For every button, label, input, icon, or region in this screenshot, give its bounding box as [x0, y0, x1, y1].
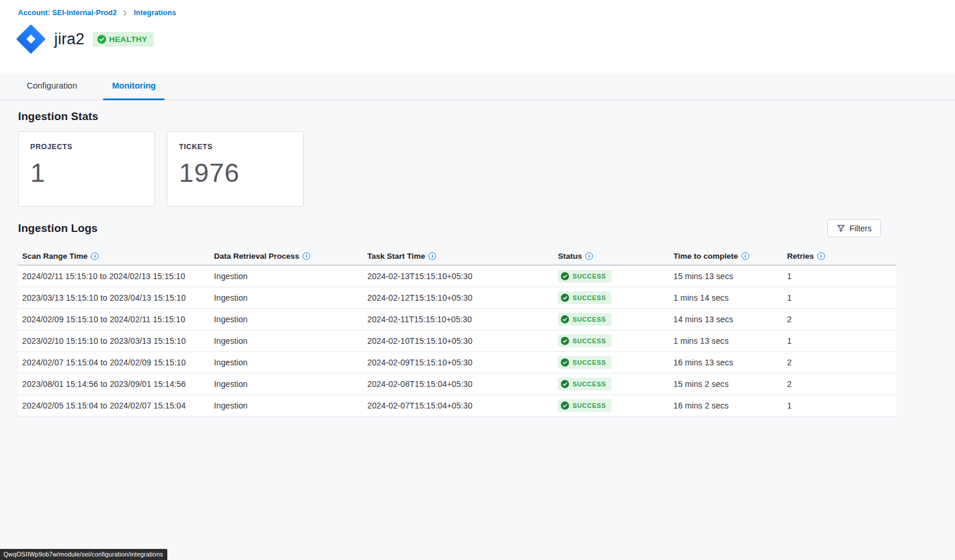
ingestion-stats-section: Ingestion Stats PROJECTS 1 TICKETS 1976 [0, 100, 955, 207]
table-row[interactable]: 2024/02/09 15:15:10 to 2024/02/11 15:15:… [18, 309, 896, 330]
cell-retries: 2 [787, 315, 896, 324]
table-row[interactable]: 2024/02/07 15:15:04 to 2024/02/09 15:15:… [18, 352, 896, 374]
column-header-task-start-time[interactable]: Task Start Time [367, 252, 558, 260]
health-status-badge: HEALTHY [93, 32, 154, 47]
column-header-label: Time to complete [673, 252, 738, 260]
table-row[interactable]: 2024/02/11 15:15:10 to 2024/02/13 15:15:… [18, 266, 896, 287]
cell-task-start-time: 2024-02-13T15:15:10+05:30 [367, 272, 558, 281]
cell-task-start-time: 2024-02-10T15:15:10+05:30 [367, 336, 558, 346]
cell-scan-range-time: 2024/02/09 15:15:10 to 2024/02/11 15:15:… [18, 315, 214, 324]
cell-scan-range-time: 2024/02/07 15:15:04 to 2024/02/09 15:15:… [18, 358, 214, 367]
column-header-retries[interactable]: Retries [787, 252, 896, 260]
cell-retries: 2 [787, 379, 896, 389]
ingestion-logs-header: Ingestion Logs Filters [18, 219, 896, 237]
cell-time-to-complete: 15 mins 2 secs [673, 379, 787, 389]
jira-logo-icon [15, 23, 47, 55]
cell-time-to-complete: 1 mins 13 secs [673, 336, 787, 346]
cell-status: SUCCESS [558, 291, 673, 304]
cell-task-start-time: 2024-02-09T15:15:10+05:30 [367, 358, 558, 367]
info-icon[interactable] [585, 252, 593, 260]
integration-title: jira2 [54, 30, 85, 48]
tab-configuration[interactable]: Configuration [18, 73, 86, 100]
cell-time-to-complete: 1 mins 14 secs [673, 293, 787, 302]
cell-time-to-complete: 16 mins 2 secs [673, 401, 787, 410]
cell-data-retrieval-process: Ingestion [214, 358, 367, 367]
stat-cards: PROJECTS 1 TICKETS 1976 [18, 131, 896, 207]
status-success-badge: SUCCESS [558, 291, 612, 304]
table-row[interactable]: 2023/03/13 15:15:10 to 2023/04/13 15:15:… [18, 287, 896, 309]
page-body: Configuration Monitoring Ingestion Stats… [0, 73, 955, 560]
ingestion-logs-table: Scan Range Time Data Retrieval Process T… [18, 247, 896, 417]
page-header: Account: SEI-Internal-Prod2 Integrations [0, 0, 955, 73]
cell-scan-range-time: 2023/08/01 15:14:56 to 2023/09/01 15:14:… [18, 379, 214, 389]
status-label: SUCCESS [573, 359, 606, 366]
status-success-badge: SUCCESS [558, 356, 612, 369]
status-label: SUCCESS [573, 337, 606, 344]
info-icon[interactable] [817, 252, 825, 260]
stat-value: 1976 [179, 158, 292, 188]
stat-label: PROJECTS [30, 143, 143, 151]
table-row[interactable]: 2024/02/05 15:15:04 to 2024/02/07 15:15:… [18, 395, 896, 417]
cell-retries: 1 [787, 336, 896, 346]
info-icon[interactable] [303, 252, 310, 260]
column-header-label: Retries [787, 252, 814, 260]
column-header-data-retrieval-process[interactable]: Data Retrieval Process [214, 252, 367, 260]
cell-status: SUCCESS [558, 334, 673, 347]
ingestion-stats-heading: Ingestion Stats [18, 100, 896, 123]
filter-funnel-icon [837, 224, 845, 233]
stat-card-projects: PROJECTS 1 [18, 131, 155, 207]
breadcrumb-account-link[interactable]: Account: SEI-Internal-Prod2 [18, 9, 117, 17]
check-circle-icon [561, 358, 569, 367]
cell-time-to-complete: 14 mins 13 secs [673, 315, 787, 324]
status-label: SUCCESS [573, 294, 606, 301]
filters-button-label: Filters [849, 224, 872, 233]
table-row[interactable]: 2023/02/10 15:15:10 to 2023/03/13 15:15:… [18, 330, 896, 352]
column-header-scan-range-time[interactable]: Scan Range Time [18, 252, 214, 260]
column-header-status[interactable]: Status [558, 252, 673, 260]
cell-time-to-complete: 15 mins 13 secs [673, 272, 787, 281]
column-header-label: Task Start Time [367, 252, 425, 260]
tab-monitoring[interactable]: Monitoring [103, 73, 164, 100]
filters-button[interactable]: Filters [827, 219, 881, 237]
link-preview-statusbar: QwqOSIIWp9ob7w/module/sei/configuration/… [0, 549, 167, 560]
cell-data-retrieval-process: Ingestion [214, 315, 367, 324]
status-label: SUCCESS [573, 381, 606, 388]
status-label: SUCCESS [573, 273, 606, 280]
status-success-badge: SUCCESS [558, 270, 612, 283]
status-success-badge: SUCCESS [558, 313, 612, 326]
cell-task-start-time: 2024-02-08T15:15:04+05:30 [367, 379, 558, 389]
check-circle-icon [97, 35, 106, 44]
table-row[interactable]: 2023/08/01 15:14:56 to 2023/09/01 15:14:… [18, 374, 896, 395]
cell-data-retrieval-process: Ingestion [214, 336, 367, 346]
info-icon[interactable] [742, 252, 749, 260]
cell-status: SUCCESS [558, 270, 673, 283]
status-success-badge: SUCCESS [558, 378, 612, 390]
status-success-badge: SUCCESS [558, 399, 612, 412]
stat-card-tickets: TICKETS 1976 [167, 131, 304, 207]
cell-retries: 1 [787, 401, 896, 410]
info-icon[interactable] [429, 252, 436, 260]
cell-status: SUCCESS [558, 399, 673, 412]
cell-data-retrieval-process: Ingestion [214, 401, 367, 410]
cell-scan-range-time: 2024/02/11 15:15:10 to 2024/02/13 15:15:… [18, 272, 214, 281]
info-icon[interactable] [91, 252, 99, 260]
cell-scan-range-time: 2023/03/13 15:15:10 to 2023/04/13 15:15:… [18, 293, 214, 302]
cell-task-start-time: 2024-02-07T15:15:04+05:30 [367, 401, 558, 410]
column-header-time-to-complete[interactable]: Time to complete [673, 252, 787, 260]
ingestion-logs-section: Ingestion Logs Filters Scan Range Time D… [0, 219, 955, 417]
cell-retries: 2 [787, 358, 896, 367]
check-circle-icon [561, 401, 569, 410]
page: Account: SEI-Internal-Prod2 Integrations [0, 0, 955, 560]
integration-title-row: jira2 HEALTHY [15, 23, 955, 55]
check-circle-icon [561, 337, 569, 345]
cell-task-start-time: 2024-02-11T15:15:10+05:30 [367, 315, 558, 324]
ingestion-logs-heading: Ingestion Logs [18, 222, 98, 235]
ingestion-logs-table-body: 2024/02/11 15:15:10 to 2024/02/13 15:15:… [18, 266, 896, 417]
check-circle-icon [561, 272, 569, 280]
breadcrumb-integrations-link[interactable]: Integrations [134, 9, 176, 17]
cell-task-start-time: 2024-02-12T15:15:10+05:30 [367, 293, 558, 302]
status-success-badge: SUCCESS [558, 334, 612, 347]
tab-bar: Configuration Monitoring [0, 73, 955, 100]
table-header-row: Scan Range Time Data Retrieval Process T… [18, 247, 896, 266]
breadcrumb: Account: SEI-Internal-Prod2 Integrations [18, 8, 955, 17]
